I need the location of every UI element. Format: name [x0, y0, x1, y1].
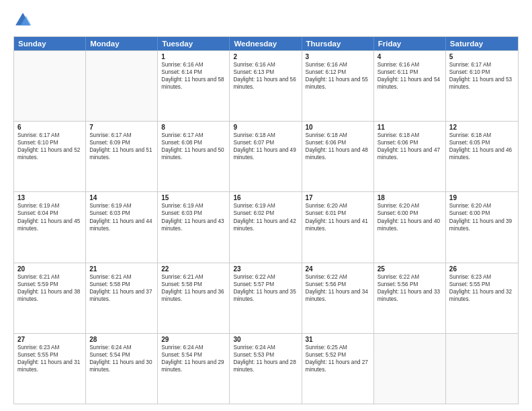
cell-info: Daylight: 11 hours and 47 minutes. [378, 146, 442, 161]
calendar-cell [14, 51, 86, 121]
cell-info: Sunrise: 6:20 AM [378, 202, 442, 210]
calendar-body: 1Sunrise: 6:16 AMSunset: 6:14 PMDaylight… [14, 50, 518, 404]
calendar-cell: 2Sunrise: 6:16 AMSunset: 6:13 PMDaylight… [230, 51, 302, 121]
cell-info: Sunrise: 6:16 AM [161, 61, 226, 68]
day-number: 6 [17, 124, 82, 131]
day-number: 5 [449, 53, 515, 60]
cell-info: Sunset: 6:07 PM [233, 139, 298, 146]
cell-info: Daylight: 11 hours and 43 minutes. [161, 218, 226, 232]
calendar-cell: 16Sunrise: 6:19 AMSunset: 6:02 PMDayligh… [230, 192, 302, 262]
cell-info: Sunset: 6:10 PM [17, 139, 82, 146]
cell-info: Daylight: 11 hours and 55 minutes. [306, 76, 370, 91]
cell-info: Sunset: 6:00 PM [378, 210, 442, 217]
logo-icon [13, 11, 32, 30]
cell-info: Daylight: 11 hours and 32 minutes. [449, 288, 515, 303]
day-number: 14 [89, 194, 154, 201]
day-number: 7 [89, 124, 154, 131]
calendar-cell [446, 334, 518, 404]
cell-info: Sunrise: 6:16 AM [306, 61, 370, 68]
header [13, 11, 519, 30]
cell-info: Sunrise: 6:17 AM [17, 132, 82, 139]
calendar-cell: 4Sunrise: 6:16 AMSunset: 6:11 PMDaylight… [374, 51, 446, 121]
calendar-cell: 17Sunrise: 6:20 AMSunset: 6:01 PMDayligh… [302, 192, 374, 262]
day-number: 24 [306, 265, 370, 273]
day-number: 9 [233, 124, 298, 131]
cell-info: Sunset: 5:54 PM [161, 351, 226, 359]
cell-info: Daylight: 11 hours and 46 minutes. [449, 146, 515, 161]
calendar-header: SundayMondayTuesdayWednesdayThursdayFrid… [14, 37, 518, 50]
calendar-cell [374, 334, 446, 404]
cell-info: Sunrise: 6:17 AM [89, 132, 154, 139]
calendar-cell: 26Sunrise: 6:23 AMSunset: 5:55 PMDayligh… [446, 263, 518, 333]
day-number: 10 [306, 124, 370, 131]
day-number: 18 [378, 194, 442, 201]
day-number: 31 [306, 336, 370, 343]
day-number: 19 [449, 194, 515, 201]
cell-info: Sunrise: 6:22 AM [306, 273, 370, 281]
day-number: 3 [306, 53, 370, 60]
calendar-row: 20Sunrise: 6:21 AMSunset: 5:59 PMDayligh… [14, 263, 518, 333]
calendar-cell: 21Sunrise: 6:21 AMSunset: 5:58 PMDayligh… [86, 263, 158, 333]
day-number: 23 [233, 265, 298, 273]
calendar-cell: 23Sunrise: 6:22 AMSunset: 5:57 PMDayligh… [230, 263, 302, 333]
cell-info: Sunrise: 6:24 AM [233, 344, 298, 351]
cell-info: Sunset: 5:58 PM [161, 281, 226, 288]
cell-info: Sunset: 6:09 PM [89, 139, 154, 146]
cell-info: Sunset: 5:54 PM [89, 351, 154, 359]
cell-info: Daylight: 11 hours and 35 minutes. [233, 288, 298, 303]
cell-info: Sunrise: 6:22 AM [378, 273, 442, 281]
cell-info: Sunrise: 6:20 AM [449, 202, 515, 210]
cell-info: Sunrise: 6:21 AM [89, 273, 154, 281]
cell-info: Sunset: 6:03 PM [161, 210, 226, 217]
day-number: 25 [378, 265, 442, 273]
cell-info: Daylight: 11 hours and 29 minutes. [161, 359, 226, 373]
calendar-cell: 29Sunrise: 6:24 AMSunset: 5:54 PMDayligh… [158, 334, 230, 404]
day-number: 20 [17, 265, 82, 273]
cell-info: Sunrise: 6:23 AM [17, 344, 82, 351]
day-number: 13 [17, 194, 82, 201]
weekday-header: Sunday [14, 37, 86, 50]
cell-info: Sunrise: 6:19 AM [89, 202, 154, 210]
cell-info: Sunset: 6:04 PM [17, 210, 82, 217]
day-number: 8 [161, 124, 226, 131]
weekday-header: Thursday [302, 37, 374, 50]
cell-info: Sunrise: 6:19 AM [161, 202, 226, 210]
calendar-cell: 24Sunrise: 6:22 AMSunset: 5:56 PMDayligh… [302, 263, 374, 333]
cell-info: Daylight: 11 hours and 30 minutes. [89, 359, 154, 373]
calendar-cell: 12Sunrise: 6:18 AMSunset: 6:05 PMDayligh… [446, 122, 518, 191]
cell-info: Sunrise: 6:25 AM [306, 344, 370, 351]
cell-info: Sunset: 6:03 PM [89, 210, 154, 217]
cell-info: Sunrise: 6:18 AM [378, 132, 442, 139]
calendar-cell: 14Sunrise: 6:19 AMSunset: 6:03 PMDayligh… [86, 192, 158, 262]
cell-info: Daylight: 11 hours and 31 minutes. [17, 359, 82, 373]
cell-info: Daylight: 11 hours and 49 minutes. [233, 146, 298, 161]
cell-info: Daylight: 11 hours and 50 minutes. [161, 146, 226, 161]
cell-info: Sunrise: 6:22 AM [233, 273, 298, 281]
cell-info: Daylight: 11 hours and 37 minutes. [89, 288, 154, 303]
calendar-cell: 7Sunrise: 6:17 AMSunset: 6:09 PMDaylight… [86, 122, 158, 191]
cell-info: Sunrise: 6:16 AM [233, 61, 298, 68]
cell-info: Sunset: 6:10 PM [449, 68, 515, 76]
cell-info: Sunset: 5:56 PM [306, 281, 370, 288]
cell-info: Sunset: 5:59 PM [17, 281, 82, 288]
cell-info: Daylight: 11 hours and 39 minutes. [449, 218, 515, 232]
cell-info: Sunset: 6:05 PM [449, 139, 515, 146]
calendar-cell: 28Sunrise: 6:24 AMSunset: 5:54 PMDayligh… [86, 334, 158, 404]
calendar: SundayMondayTuesdayWednesdayThursdayFrid… [13, 36, 519, 404]
calendar-row: 27Sunrise: 6:23 AMSunset: 5:55 PMDayligh… [14, 333, 518, 404]
day-number: 26 [449, 265, 515, 273]
cell-info: Sunset: 6:14 PM [161, 68, 226, 76]
cell-info: Sunset: 5:58 PM [89, 281, 154, 288]
calendar-cell: 6Sunrise: 6:17 AMSunset: 6:10 PMDaylight… [14, 122, 86, 191]
cell-info: Daylight: 11 hours and 38 minutes. [17, 288, 82, 303]
day-number: 16 [233, 194, 298, 201]
calendar-cell: 25Sunrise: 6:22 AMSunset: 5:56 PMDayligh… [374, 263, 446, 333]
day-number: 2 [233, 53, 298, 60]
day-number: 15 [161, 194, 226, 201]
calendar-cell [86, 51, 158, 121]
calendar-cell: 3Sunrise: 6:16 AMSunset: 6:12 PMDaylight… [302, 51, 374, 121]
cell-info: Sunrise: 6:18 AM [449, 132, 515, 139]
cell-info: Sunset: 6:02 PM [233, 210, 298, 217]
day-number: 1 [161, 53, 226, 60]
cell-info: Daylight: 11 hours and 44 minutes. [89, 218, 154, 232]
